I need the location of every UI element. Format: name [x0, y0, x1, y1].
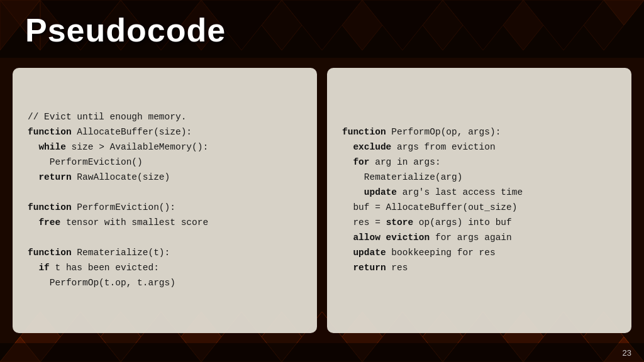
left-line-12: PerformOp(t.op, t.args) — [28, 278, 175, 288]
header: Pseudocode — [0, 0, 644, 58]
left-line-11: if t has been evicted: — [28, 263, 159, 273]
slide-number: 23 — [623, 348, 631, 358]
left-line-10: function Rematerialize(t): — [28, 248, 170, 258]
main-content: // Evict until enough memory. function A… — [0, 58, 644, 343]
right-line-5: update arg's last access time — [342, 187, 523, 197]
left-line-3: while size > AvailableMemory(): — [28, 142, 208, 152]
slide-title: Pseudocode — [25, 11, 619, 49]
right-line-1: function PerformOp(op, args): — [342, 127, 501, 137]
right-line-8: allow eviction for args again — [342, 233, 512, 243]
right-line-9: update bookkeeping for res — [342, 248, 496, 258]
left-line-5: return RawAllocate(size) — [28, 172, 170, 182]
right-code-text: function PerformOp(op, args): exclude ar… — [342, 125, 616, 275]
left-code-panel: // Evict until enough memory. function A… — [13, 68, 317, 333]
right-line-10: return res — [342, 263, 408, 273]
left-line-8: free tensor with smallest score — [28, 217, 208, 228]
right-line-3: for arg in args: — [342, 157, 441, 167]
left-line-7: function PerformEviction(): — [28, 202, 175, 212]
right-line-6: buf = AllocateBuffer(out_size) — [342, 202, 517, 212]
left-line-2: function AllocateBuffer(size): — [28, 127, 192, 137]
right-line-2: exclude args from eviction — [342, 142, 496, 152]
left-line-6 — [28, 187, 33, 197]
left-code-text: // Evict until enough memory. function A… — [28, 110, 302, 290]
left-line-1: // Evict until enough memory. — [28, 112, 186, 122]
right-code-panel: function PerformOp(op, args): exclude ar… — [327, 68, 631, 333]
right-line-4: Rematerialize(arg) — [342, 172, 462, 182]
left-line-4: PerformEviction() — [28, 157, 143, 167]
right-line-7: res = store op(args) into buf — [342, 217, 512, 228]
bottom-bar: 23 — [0, 343, 644, 362]
left-line-9 — [28, 233, 33, 243]
